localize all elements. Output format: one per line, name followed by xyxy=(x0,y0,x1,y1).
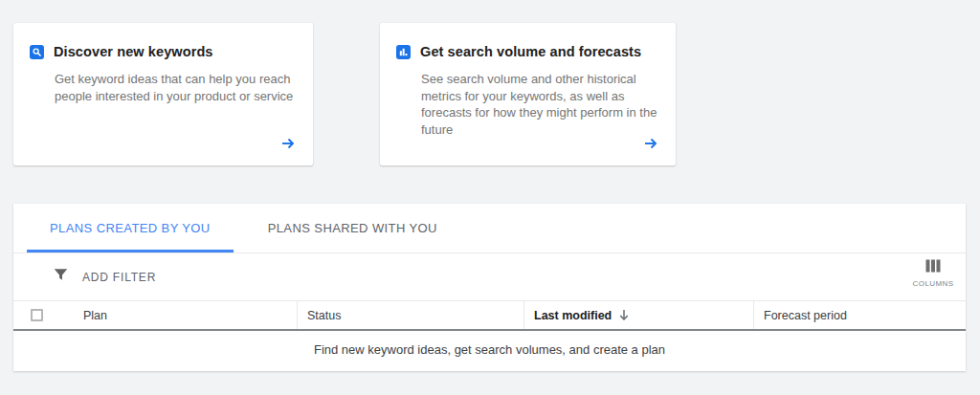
card-header: Discover new keywords xyxy=(30,44,300,59)
arrow-forward-icon[interactable] xyxy=(642,135,659,152)
add-filter-label: ADD FILTER xyxy=(82,271,156,284)
card-description: See search volume and other historical m… xyxy=(421,71,662,138)
columns-label: COLUMNS xyxy=(913,279,954,288)
column-header-status[interactable]: Status xyxy=(297,301,523,329)
card-title: Get search volume and forecasts xyxy=(420,44,641,59)
sort-descending-icon xyxy=(618,309,630,321)
column-header-plan[interactable]: Plan xyxy=(72,301,297,329)
column-label: Last modified xyxy=(534,309,612,322)
tab-label: PLANS SHARED WITH YOU xyxy=(268,221,437,235)
card-description: Get keyword ideas that can help you reac… xyxy=(55,71,296,104)
add-filter-button[interactable]: ADD FILTER xyxy=(54,268,156,286)
table-header-row: Plan Status Last modified Forecast perio… xyxy=(13,301,966,331)
column-label: Status xyxy=(307,309,341,322)
column-header-forecast-period[interactable]: Forecast period xyxy=(753,301,966,329)
tab-label: PLANS CREATED BY YOU xyxy=(50,221,211,235)
card-header: Get search volume and forecasts xyxy=(396,44,662,59)
tab-plans-created-by-you[interactable]: PLANS CREATED BY YOU xyxy=(27,204,234,252)
tab-bar: PLANS CREATED BY YOU PLANS SHARED WITH Y… xyxy=(13,204,966,253)
plans-panel: PLANS CREATED BY YOU PLANS SHARED WITH Y… xyxy=(13,204,966,371)
table-toolbar: ADD FILTER COLUMNS xyxy=(13,253,966,301)
empty-state-message: Find new keyword ideas, get search volum… xyxy=(13,331,966,368)
columns-button[interactable]: COLUMNS xyxy=(909,259,957,288)
tab-plans-shared-with-you[interactable]: PLANS SHARED WITH YOU xyxy=(245,204,460,252)
search-icon xyxy=(30,45,44,59)
discover-keywords-card[interactable]: Discover new keywords Get keyword ideas … xyxy=(13,23,313,165)
bar-chart-icon xyxy=(396,45,411,59)
header-checkbox-cell xyxy=(13,301,72,329)
filter-icon xyxy=(54,268,68,286)
card-title: Discover new keywords xyxy=(54,44,213,59)
search-volume-card[interactable]: Get search volume and forecasts See sear… xyxy=(380,23,676,165)
columns-icon xyxy=(925,259,941,276)
column-label: Forecast period xyxy=(764,309,847,322)
select-all-checkbox[interactable] xyxy=(31,309,43,321)
column-header-last-modified[interactable]: Last modified xyxy=(523,301,753,329)
column-label: Plan xyxy=(83,309,107,322)
arrow-forward-icon[interactable] xyxy=(279,135,297,152)
